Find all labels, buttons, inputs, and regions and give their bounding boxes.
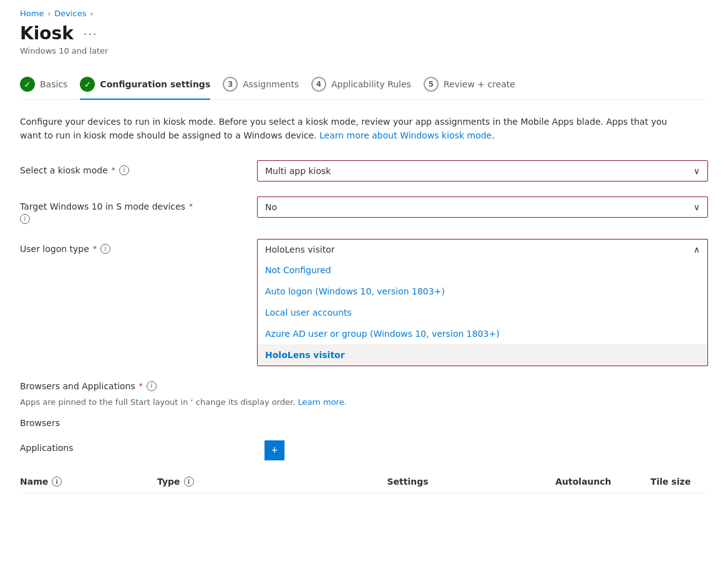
user-logon-value: HoloLens visitor xyxy=(265,245,335,255)
browsers-apps-description: Apps are pinned to the full Start layout… xyxy=(20,396,675,409)
browsers-apps-label: Browsers and Applications * i xyxy=(20,381,708,391)
step-label-review: Review + create xyxy=(444,79,515,89)
step-basics[interactable]: ✓ Basics xyxy=(20,70,80,99)
browsers-apps-section: Browsers and Applications * i Apps are p… xyxy=(20,381,708,494)
kiosk-mode-chevron: ∨ xyxy=(694,166,700,176)
description-period: . xyxy=(492,130,494,140)
breadcrumb-sep-2: › xyxy=(90,9,93,18)
col-name-info[interactable]: i xyxy=(52,477,62,487)
target-windows-value: No xyxy=(265,202,277,212)
target-windows-field: Target Windows 10 in S mode devices * i … xyxy=(20,196,708,224)
user-logon-field: User logon type * i HoloLens visitor ∧ N… xyxy=(20,239,708,366)
kiosk-mode-value: Multi app kiosk xyxy=(265,166,331,176)
step-circle-review: 5 xyxy=(424,77,439,92)
breadcrumb-sep-1: › xyxy=(47,9,51,18)
target-windows-control: No ∨ xyxy=(257,196,708,218)
step-applicability[interactable]: 4 Applicability Rules xyxy=(311,70,424,99)
steps-bar: ✓ Basics ✓ Configuration settings 3 Assi… xyxy=(20,70,708,100)
option-azure-ad[interactable]: Azure AD user or group (Windows 10, vers… xyxy=(258,323,707,344)
option-auto-logon[interactable]: Auto logon (Windows 10, version 1803+) xyxy=(258,281,707,302)
user-logon-control: HoloLens visitor ∧ Not Configured Auto l… xyxy=(257,239,708,366)
table-header: Name i Type i Settings Autolaunch Tile s… xyxy=(20,470,708,493)
browsers-label: Browsers xyxy=(20,418,257,428)
breadcrumb-home[interactable]: Home xyxy=(20,9,44,18)
target-windows-label-stack: Target Windows 10 in S mode devices * i xyxy=(20,196,257,224)
kiosk-required: * xyxy=(112,166,115,175)
col-type-label: Type xyxy=(157,477,180,487)
breadcrumb: Home › Devices › xyxy=(20,0,708,23)
browsers-apps-link[interactable]: Learn more. xyxy=(298,397,347,407)
kiosk-mode-control: Multi app kiosk ∨ xyxy=(257,160,708,182)
user-logon-chevron: ∧ xyxy=(694,245,700,255)
user-logon-options-list: Not Configured Auto logon (Windows 10, v… xyxy=(257,259,708,366)
step-review[interactable]: 5 Review + create xyxy=(424,70,528,99)
option-local-user[interactable]: Local user accounts xyxy=(258,302,707,323)
step-assignments[interactable]: 3 Assignments xyxy=(223,70,311,99)
user-logon-dropdown[interactable]: HoloLens visitor ∧ xyxy=(257,239,708,259)
kiosk-mode-label: Select a kiosk mode * i xyxy=(20,160,257,175)
step-label-basics: Basics xyxy=(40,79,67,89)
applications-label: Applications xyxy=(20,443,257,453)
breadcrumb-devices[interactable]: Devices xyxy=(54,9,86,18)
col-settings-label: Settings xyxy=(387,477,428,487)
description-part1: Apps are pinned to the full Start layout… xyxy=(20,397,193,407)
col-autolaunch-label: Autolaunch xyxy=(555,477,611,487)
add-application-button[interactable]: + xyxy=(265,440,284,460)
logon-required: * xyxy=(93,245,97,253)
target-windows-chevron: ∨ xyxy=(694,202,700,212)
description-link[interactable]: Learn more about Windows kiosk mode xyxy=(319,130,492,140)
browsers-required: * xyxy=(139,382,143,390)
step-config[interactable]: ✓ Configuration settings xyxy=(80,70,223,99)
kiosk-info-icon[interactable]: i xyxy=(119,165,129,175)
kiosk-mode-dropdown[interactable]: Multi app kiosk ∨ xyxy=(257,160,708,182)
user-logon-label: User logon type * i xyxy=(20,239,257,254)
step-label-assignments: Assignments xyxy=(243,79,299,89)
step-check-config: ✓ xyxy=(80,77,95,92)
option-not-configured[interactable]: Not Configured xyxy=(258,259,707,281)
step-label-applicability: Applicability Rules xyxy=(331,79,411,89)
col-tilesize-label: Tile size xyxy=(651,477,691,487)
kiosk-mode-field: Select a kiosk mode * i Multi app kiosk … xyxy=(20,160,708,182)
description-text: Configure your devices to run in kiosk m… xyxy=(20,115,675,143)
step-label-config: Configuration settings xyxy=(100,79,210,89)
option-hololens[interactable]: HoloLens visitor xyxy=(258,344,707,366)
browsers-info-icon[interactable]: i xyxy=(147,381,157,391)
target-windows-label: Target Windows 10 in S mode devices xyxy=(20,201,185,211)
col-name-label: Name xyxy=(20,477,48,487)
page-subtitle: Windows 10 and later xyxy=(20,46,708,56)
step-circle-applicability: 4 xyxy=(311,77,326,92)
target-windows-dropdown[interactable]: No ∨ xyxy=(257,196,708,218)
page-title: Kiosk xyxy=(20,23,74,44)
page-header: Kiosk ··· xyxy=(20,23,708,44)
target-required: * xyxy=(189,202,193,211)
col-type-info[interactable]: i xyxy=(184,477,194,487)
more-options-button[interactable]: ··· xyxy=(80,25,102,42)
description-part2: change its display order. xyxy=(196,397,296,407)
step-circle-assignments: 3 xyxy=(223,77,238,92)
target-info-icon[interactable]: i xyxy=(20,214,30,224)
logon-info-icon[interactable]: i xyxy=(100,244,110,254)
step-check-basics: ✓ xyxy=(20,77,35,92)
